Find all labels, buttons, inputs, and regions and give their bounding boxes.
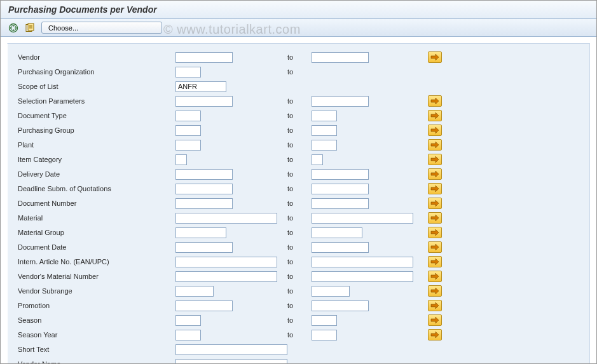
- deadline-multiple-selection-button[interactable]: [428, 183, 442, 194]
- vendor-subrng-from-input[interactable]: [175, 286, 214, 297]
- season-year-multiple-selection-button[interactable]: [428, 329, 442, 340]
- delivery-date-to-label: to: [287, 170, 312, 178]
- item-cat-multiple-selection-button[interactable]: [428, 154, 442, 165]
- purch-org-to-label: to: [287, 68, 312, 76]
- row-purch-group: Purchasing Groupto: [17, 123, 580, 137]
- plant-from-input[interactable]: [175, 140, 201, 151]
- delivery-date-from-input[interactable]: [175, 169, 233, 180]
- season-year-to-input[interactable]: [312, 330, 337, 340]
- row-doc-date: Document Dateto: [17, 240, 580, 254]
- season-to-label: to: [287, 316, 312, 324]
- doc-number-multiple-selection-button[interactable]: [428, 198, 442, 209]
- row-material: Materialto: [17, 211, 580, 225]
- arrow-right-icon: [430, 98, 439, 104]
- deadline-from-input[interactable]: [175, 184, 233, 194]
- row-ean: Intern. Article No. (EAN/UPC)to: [17, 255, 580, 269]
- vendor-subrng-to-label: to: [287, 287, 312, 295]
- vendor-to-label: to: [287, 53, 312, 61]
- ean-from-input[interactable]: [175, 257, 277, 267]
- matl-group-to-label: to: [287, 229, 312, 236]
- vendor-to-input[interactable]: [312, 52, 369, 63]
- toolbar: Choose...: [1, 19, 596, 37]
- ean-label: Intern. Article No. (EAN/UPC): [17, 258, 175, 266]
- page-title: Purchasing Documents per Vendor: [1, 1, 596, 19]
- arrow-right-icon: [430, 273, 439, 280]
- purch-org-from-input[interactable]: [175, 67, 201, 78]
- sel-params-to-input[interactable]: [312, 96, 369, 107]
- choose-button[interactable]: Choose...: [41, 22, 162, 34]
- material-label: Material: [17, 214, 175, 222]
- matl-group-multiple-selection-button[interactable]: [428, 227, 442, 238]
- doc-type-from-input[interactable]: [175, 111, 201, 121]
- sel-params-from-input[interactable]: [175, 96, 233, 107]
- matl-group-from-input[interactable]: [175, 227, 226, 238]
- vendor-from-input[interactable]: [175, 52, 233, 63]
- ean-multiple-selection-button[interactable]: [428, 256, 442, 267]
- vendor-matnr-to-label: to: [287, 273, 312, 280]
- plant-label: Plant: [17, 141, 175, 149]
- vendor-matnr-to-input[interactable]: [312, 271, 413, 282]
- arrow-right-icon: [430, 185, 439, 192]
- delivery-date-label: Delivery Date: [17, 170, 175, 178]
- item-cat-from-input[interactable]: [175, 154, 187, 165]
- promotion-to-input[interactable]: [312, 300, 369, 311]
- doc-number-from-input[interactable]: [175, 198, 233, 209]
- arrow-right-icon: [430, 127, 439, 133]
- doc-type-to-label: to: [287, 112, 312, 119]
- promotion-from-input[interactable]: [175, 300, 233, 311]
- doc-date-to-input[interactable]: [312, 242, 369, 253]
- season-multiple-selection-button[interactable]: [428, 314, 442, 326]
- short-text-from-input[interactable]: [175, 344, 287, 355]
- purch-group-to-input[interactable]: [312, 125, 337, 136]
- season-from-input[interactable]: [175, 315, 201, 326]
- promotion-multiple-selection-button[interactable]: [428, 300, 442, 311]
- vendor-subrng-to-input[interactable]: [312, 286, 350, 297]
- sel-params-multiple-selection-button[interactable]: [428, 95, 442, 107]
- execute-icon[interactable]: [7, 22, 20, 34]
- row-promotion: Promotionto: [17, 299, 580, 313]
- vendor-matnr-label: Vendor's Material Number: [17, 273, 175, 280]
- purch-group-from-input[interactable]: [175, 125, 201, 136]
- doc-number-to-input[interactable]: [312, 198, 369, 209]
- doc-date-multiple-selection-button[interactable]: [428, 241, 442, 253]
- purch-group-multiple-selection-button[interactable]: [428, 125, 442, 136]
- doc-date-to-label: to: [287, 243, 312, 251]
- row-short-text: Short Text: [17, 342, 580, 356]
- row-season-year: Season Yearto: [17, 328, 580, 342]
- doc-date-from-input[interactable]: [175, 242, 233, 253]
- row-scope-list: Scope of List: [17, 79, 580, 93]
- delivery-date-to-input[interactable]: [312, 169, 369, 180]
- arrow-right-icon: [430, 112, 439, 119]
- ean-to-input[interactable]: [312, 257, 413, 267]
- variant-icon[interactable]: [24, 22, 36, 34]
- vendor-name-from-input[interactable]: [175, 359, 287, 365]
- vendor-subrng-multiple-selection-button[interactable]: [428, 285, 442, 297]
- vendor-matnr-multiple-selection-button[interactable]: [428, 271, 442, 282]
- season-to-input[interactable]: [312, 315, 337, 326]
- item-cat-to-input[interactable]: [312, 154, 323, 165]
- item-cat-label: Item Category: [17, 156, 175, 163]
- plant-to-input[interactable]: [312, 140, 337, 151]
- material-multiple-selection-button[interactable]: [428, 212, 442, 224]
- arrow-right-icon: [430, 156, 439, 163]
- row-sel-params: Selection Parametersto: [17, 94, 580, 108]
- doc-type-multiple-selection-button[interactable]: [428, 110, 442, 121]
- plant-multiple-selection-button[interactable]: [428, 139, 442, 151]
- vendor-multiple-selection-button[interactable]: [428, 51, 442, 63]
- scope-list-from-input[interactable]: [175, 81, 226, 92]
- vendor-matnr-from-input[interactable]: [175, 271, 277, 282]
- material-from-input[interactable]: [175, 213, 277, 224]
- arrow-right-icon: [430, 259, 439, 265]
- matl-group-to-input[interactable]: [312, 227, 362, 238]
- doc-type-to-input[interactable]: [312, 111, 337, 121]
- season-year-from-input[interactable]: [175, 330, 201, 340]
- vendor-subrng-label: Vendor Subrange: [17, 287, 175, 295]
- delivery-date-multiple-selection-button[interactable]: [428, 168, 442, 180]
- row-delivery-date: Delivery Dateto: [17, 167, 580, 181]
- scope-list-label: Scope of List: [17, 83, 175, 90]
- material-to-input[interactable]: [312, 213, 413, 224]
- short-text-label: Short Text: [17, 346, 175, 353]
- row-season: Seasonto: [17, 313, 580, 327]
- deadline-to-input[interactable]: [312, 184, 369, 194]
- row-vendor-name: Vendor Name: [17, 357, 580, 364]
